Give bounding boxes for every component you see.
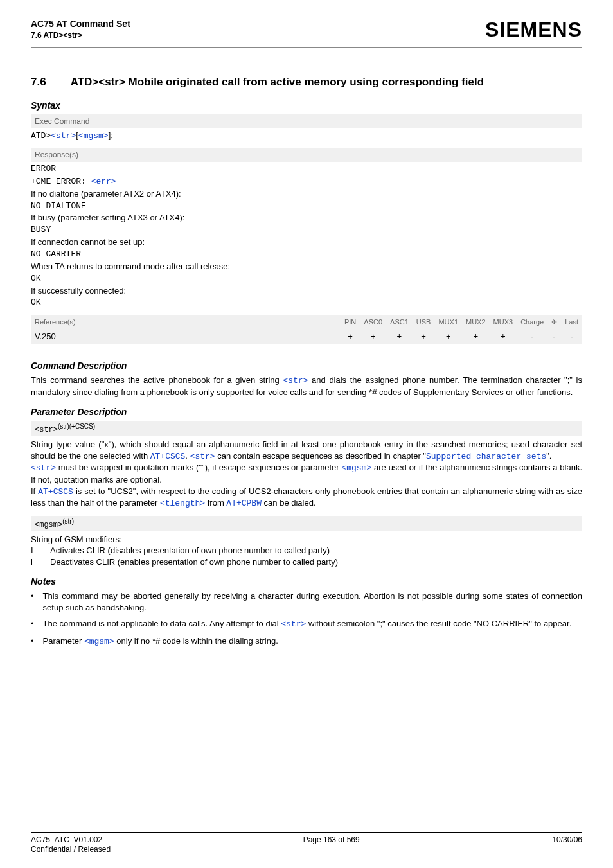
bullet-icon: •: [31, 618, 34, 630]
cd-t1: This command searches the active phonebo…: [31, 375, 283, 385]
section-heading: 7.6 ATD><str> Mobile originated call fro…: [31, 75, 582, 89]
p1-cscs: AT+CSCS: [150, 452, 186, 461]
resp-error: ERROR: [31, 163, 582, 175]
exec-semicolon: ;: [111, 130, 113, 140]
ref-h-last: Last: [561, 315, 582, 329]
ref-row-label: V.250: [31, 329, 341, 344]
note-1-text: This command may be aborted generally by…: [43, 590, 582, 613]
p1-cpbw: AT+CPBW: [226, 499, 262, 508]
footer-center: Page 163 of 569: [303, 835, 360, 855]
p1-cscs2: AT+CSCS: [38, 487, 73, 497]
p2-i-val: Deactivates CLIR (enables presentation o…: [50, 556, 338, 568]
ref-h-mux2: MUX2: [462, 315, 490, 329]
p1-t6a: If: [31, 486, 38, 496]
p2-I-val: Activates CLIR (disables presentation of…: [50, 545, 330, 556]
note-1: • This command may be aborted generally …: [31, 590, 582, 613]
resp-ok2: OK: [31, 297, 582, 309]
exec-prefix: ATD>: [31, 131, 51, 141]
p2-I-key: I: [31, 545, 39, 556]
param-str-desc: String type value ("x"), which should eq…: [31, 439, 582, 509]
exec-param-mgsm: <mgsm>: [78, 131, 109, 141]
p1-str1: <str>: [190, 452, 215, 461]
ref-label: Reference(s): [31, 315, 341, 329]
command-description-heading: Command Description: [31, 360, 582, 371]
cd-str: <str>: [283, 376, 308, 385]
n2c: without semicolon ";" causes the result …: [306, 619, 571, 628]
resp-nodial: NO DIALTONE: [31, 200, 582, 213]
bullet-icon: •: [31, 635, 34, 648]
page-footer: AC75_ATC_V01.002 Confidential / Released…: [31, 832, 582, 855]
ref-h-asc1: ASC1: [386, 315, 413, 329]
resp-nocarrier: NO CARRIER: [31, 249, 582, 261]
command-description-text: This command searches the active phonebo…: [31, 375, 582, 398]
section-number: 7.6: [31, 75, 46, 89]
param-mgsm-desc: String of GSM modifiers: I Activates CLI…: [31, 534, 582, 568]
footer-right: 10/30/06: [552, 835, 582, 855]
n3a: Parameter: [43, 636, 84, 646]
n2b: <str>: [281, 619, 306, 629]
resp-success-cond: If successfully connected:: [31, 285, 582, 297]
doc-title: AC75 AT Command Set: [31, 18, 130, 30]
p1-t4: ".: [546, 451, 551, 461]
p1-t6c: from: [205, 498, 226, 508]
resp-cme-line: +CME ERROR: <err>: [31, 175, 582, 188]
ref-v-charge: -: [517, 329, 547, 344]
p1-t2: .: [185, 451, 190, 461]
ref-v-mux2: ±: [462, 329, 490, 344]
p1-tlen: <tlength>: [160, 499, 205, 508]
p1-t6d: can be dialed.: [262, 498, 316, 508]
n3b: <mgsm>: [84, 637, 114, 646]
note-2: • The command is not applicable to data …: [31, 618, 582, 630]
param-mgsm-name: <mgsm>: [35, 520, 62, 529]
footer-left1: AC75_ATC_V01.002: [31, 835, 111, 846]
notes-heading: Notes: [31, 576, 582, 587]
resp-cme-err: <err>: [91, 177, 116, 186]
ref-v-air: -: [547, 329, 561, 344]
p1-t5a: <str>: [31, 463, 56, 473]
param-str-box: <str>(str)(+CSCS): [31, 421, 582, 436]
syntax-heading: Syntax: [31, 100, 582, 111]
exec-command-line: ATD><str>[<mgsm>];: [31, 128, 582, 146]
resp-busy: BUSY: [31, 224, 582, 236]
page-header: AC75 AT Command Set 7.6 ATD><str> SIEMEN…: [31, 18, 582, 48]
p1-mgsm: <mgsm>: [341, 463, 371, 473]
resp-ok1: OK: [31, 273, 582, 285]
param-mgsm-box: <mgsm>(str): [31, 516, 582, 531]
resp-noconn-cond: If connection cannot be set up:: [31, 236, 582, 249]
exec-command-label: Exec Command: [31, 114, 582, 128]
exec-param-str: <str>: [51, 131, 76, 141]
ref-v-asc1: ±: [386, 329, 413, 344]
ref-h-airplane-icon: ✈: [547, 315, 561, 329]
p1-link: Supported character sets: [426, 452, 546, 461]
n2a: The command is not applicable to data ca…: [43, 619, 281, 628]
bullet-icon: •: [31, 590, 34, 613]
note-3-text: Parameter <mgsm> only if no *# code is w…: [43, 635, 582, 648]
ref-h-charge: Charge: [517, 315, 547, 329]
p1-t3: can contain escape sequences as describe…: [215, 451, 426, 461]
ref-h-usb: USB: [413, 315, 435, 329]
note-3: • Parameter <mgsm> only if no *# code is…: [31, 635, 582, 648]
ref-v-usb: +: [413, 329, 435, 344]
brand-logo: SIEMENS: [485, 18, 582, 42]
param-str-sup: (str)(+CSCS): [58, 423, 95, 430]
ref-h-asc0: ASC0: [360, 315, 386, 329]
p2-row-I: I Activates CLIR (disables presentation …: [31, 545, 582, 556]
ref-v-mux1: +: [434, 329, 462, 344]
p2-intro: String of GSM modifiers:: [31, 534, 582, 545]
ref-h-mux3: MUX3: [490, 315, 517, 329]
n3c: only if no *# code is within the dialing…: [114, 636, 278, 646]
resp-return-cond: When TA returns to command mode after ca…: [31, 261, 582, 273]
notes-list: • This command may be aborted generally …: [31, 590, 582, 647]
section-title-text: ATD><str> Mobile originated call from ac…: [71, 75, 582, 89]
resp-cme-prefix: +CME ERROR:: [31, 177, 91, 186]
reference-table: Reference(s) PIN ASC0 ASC1 USB MUX1 MUX2…: [31, 315, 582, 344]
ref-v-last: -: [561, 329, 582, 344]
ref-v-pin: +: [341, 329, 360, 344]
footer-left: AC75_ATC_V01.002 Confidential / Released: [31, 835, 111, 855]
param-str-name: <str>: [35, 425, 58, 434]
footer-left2: Confidential / Released: [31, 845, 111, 855]
resp-busy-cond: If busy (parameter setting ATX3 or ATX4)…: [31, 212, 582, 224]
ref-h-pin: PIN: [341, 315, 360, 329]
ref-h-mux1: MUX1: [434, 315, 462, 329]
responses-block: ERROR +CME ERROR: <err> If no dialtone (…: [31, 162, 582, 313]
